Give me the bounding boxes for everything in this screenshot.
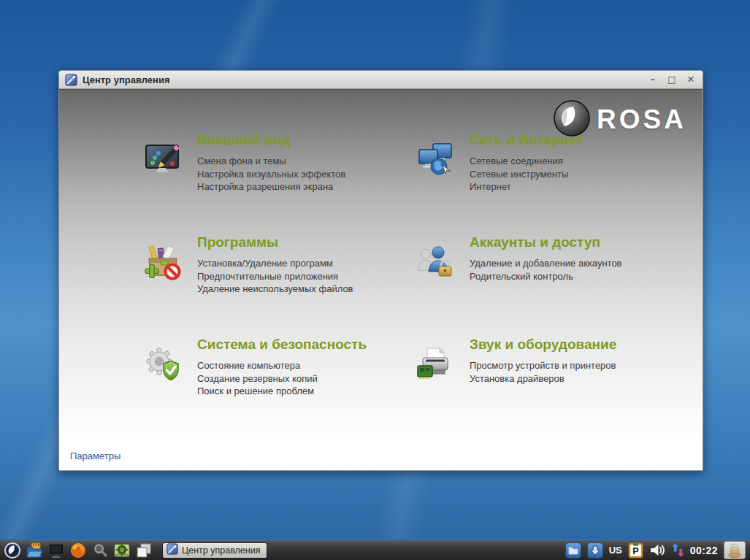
category-network: Сеть и Интернет Сетевые соединения Сетев… bbox=[416, 132, 583, 193]
taskbar: Центр управления US P bbox=[0, 539, 750, 560]
minimize-button[interactable]: – bbox=[647, 74, 659, 85]
volume-icon bbox=[649, 542, 666, 558]
search-button[interactable] bbox=[91, 541, 110, 560]
link-programs-1[interactable]: Установка/Удаление программ bbox=[197, 257, 353, 270]
search-icon bbox=[93, 542, 108, 558]
clock[interactable]: 00:22 bbox=[690, 545, 718, 556]
file-manager-icon bbox=[26, 542, 43, 559]
display-icon bbox=[47, 542, 65, 559]
maximize-button[interactable]: □ bbox=[666, 74, 678, 85]
link-system-3[interactable]: Поиск и решение проблем bbox=[197, 385, 367, 398]
link-appearance-2[interactable]: Настройка визуальных эффектов bbox=[197, 168, 345, 181]
stack-applet-button[interactable] bbox=[724, 541, 746, 559]
window-controls: – □ ✕ bbox=[647, 74, 697, 85]
clipboard-button[interactable]: P bbox=[628, 542, 643, 559]
rosa-menu-button[interactable] bbox=[3, 541, 22, 560]
window-list-button[interactable] bbox=[134, 541, 153, 560]
parameters-link[interactable]: Параметры bbox=[70, 450, 120, 461]
task-button-label: Центр управления bbox=[182, 545, 260, 556]
link-accounts-2[interactable]: Родительский контроль bbox=[470, 270, 622, 283]
software-center-button[interactable] bbox=[112, 541, 131, 560]
category-title-programs[interactable]: Программы bbox=[197, 234, 353, 250]
sound-hardware-icon[interactable] bbox=[416, 346, 457, 387]
task-button-icon bbox=[167, 543, 178, 557]
link-network-2[interactable]: Сетевые инструменты bbox=[470, 168, 583, 181]
window-content: ROSA bbox=[59, 89, 703, 471]
appearance-icon[interactable] bbox=[144, 142, 185, 193]
svg-text:P: P bbox=[632, 546, 638, 556]
network-traffic-arrows-icon bbox=[672, 542, 684, 558]
windows-icon bbox=[135, 542, 153, 559]
window-titlebar[interactable]: Центр управления – □ ✕ bbox=[59, 71, 703, 89]
task-button-control-center[interactable]: Центр управления bbox=[162, 542, 267, 559]
volume-button[interactable] bbox=[649, 542, 666, 558]
rosa-logo-text: ROSA bbox=[597, 104, 686, 135]
download-arrow-icon bbox=[587, 542, 603, 559]
control-center-window: Центр управления – □ ✕ ROSA bbox=[58, 70, 703, 471]
close-button[interactable]: ✕ bbox=[685, 74, 697, 85]
category-title-network[interactable]: Сеть и Интернет bbox=[470, 132, 583, 148]
link-accounts-1[interactable]: Удаление и добавление аккаунтов bbox=[470, 257, 622, 270]
category-system: Система и безопасность Состояние компьют… bbox=[144, 337, 367, 398]
category-accounts: Аккаунты и доступ Удаление и добавление … bbox=[416, 234, 622, 285]
device-notifier-button[interactable] bbox=[565, 542, 581, 559]
link-system-1[interactable]: Состояние компьютера bbox=[197, 359, 367, 372]
link-network-1[interactable]: Сетевые соединения bbox=[470, 155, 583, 168]
programs-icon[interactable] bbox=[144, 244, 185, 296]
link-appearance-1[interactable]: Смена фона и темы bbox=[197, 155, 345, 168]
software-center-icon bbox=[113, 542, 131, 559]
link-sound-1[interactable]: Просмотр устройств и принтеров bbox=[470, 359, 616, 372]
network-icon[interactable] bbox=[416, 142, 457, 193]
device-folder-icon bbox=[565, 542, 581, 559]
updates-button[interactable] bbox=[587, 542, 603, 559]
file-manager-button[interactable] bbox=[25, 541, 44, 560]
link-programs-3[interactable]: Удаление неиспользуемых файлов bbox=[197, 283, 353, 296]
network-traffic-button[interactable] bbox=[672, 542, 684, 558]
keyboard-layout-indicator[interactable]: US bbox=[609, 545, 622, 556]
category-title-sound[interactable]: Звук и оборудование bbox=[470, 337, 616, 353]
category-title-system[interactable]: Система и безопасность bbox=[197, 337, 367, 353]
system-tray: US P 00 bbox=[565, 541, 747, 559]
category-programs: Программы Установка/Удаление программ Пр… bbox=[144, 234, 353, 296]
rosa-menu-icon bbox=[4, 542, 21, 559]
stack-icon bbox=[727, 542, 742, 559]
link-network-3[interactable]: Интернет bbox=[470, 180, 583, 193]
firefox-icon bbox=[69, 542, 87, 559]
link-appearance-3[interactable]: Настройка разрешения экрана bbox=[197, 180, 345, 193]
link-system-2[interactable]: Создание резервных копий bbox=[197, 372, 367, 386]
category-title-accounts[interactable]: Аккаунты и доступ bbox=[470, 234, 622, 250]
category-title-appearance[interactable]: Внешний вид bbox=[197, 132, 345, 148]
accounts-icon[interactable] bbox=[416, 244, 457, 285]
clipboard-p-icon: P bbox=[628, 542, 643, 559]
link-sound-2[interactable]: Установка драйверов bbox=[470, 372, 616, 386]
system-icon[interactable] bbox=[144, 346, 185, 398]
link-programs-2[interactable]: Предпочтительные приложения bbox=[197, 270, 353, 283]
control-center-icon bbox=[65, 74, 77, 86]
category-appearance: Внешний вид Смена фона и темы Настройка … bbox=[144, 132, 345, 193]
desktop[interactable]: Центр управления – □ ✕ ROSA bbox=[0, 0, 750, 560]
window-title: Центр управления bbox=[83, 74, 169, 85]
display-settings-button[interactable] bbox=[47, 541, 66, 560]
category-sound: Звук и оборудование Просмотр устройств и… bbox=[416, 337, 616, 387]
firefox-button[interactable] bbox=[69, 541, 88, 560]
